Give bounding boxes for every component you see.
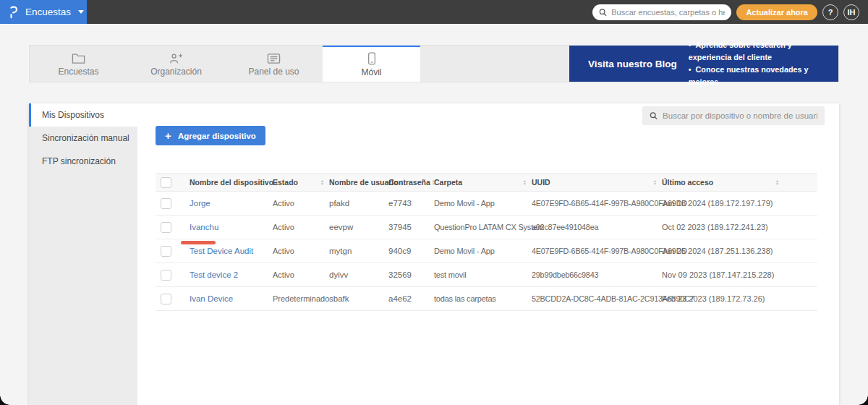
device-name-link[interactable]: Ivan Device — [190, 294, 233, 303]
plus-icon: + — [165, 130, 171, 141]
contrasena-cell: 32569 — [388, 270, 434, 279]
blog-banner-bullets: Aprende sobre research y experiencia del… — [689, 39, 830, 88]
contrasena-cell: 940c9 — [388, 247, 434, 255]
sidebar: Mis Dispositivos Sincronización manual F… — [29, 103, 137, 405]
avatar[interactable]: IH — [843, 4, 859, 20]
ultimo-acceso-cell: Feb 23 2023 (189.172.73.26) — [662, 294, 817, 303]
column-header: Contraseña — [388, 178, 430, 187]
sidebar-item-sincronizacion-manual[interactable]: Sincronización manual — [29, 127, 137, 150]
global-search — [592, 4, 731, 20]
estado-cell: Activo — [273, 223, 329, 231]
usuario-cell: dyivv — [329, 270, 388, 279]
uuid-cell: 4E07E9FD-6B65-414F-997B-A980C0FA69DD — [532, 199, 662, 208]
app-menu-label: Encuestas — [25, 7, 71, 17]
tab-label: Organización — [150, 67, 202, 77]
add-device-label: Agregar dispositivo — [178, 132, 256, 140]
column-header: Nombre del dispositivo — [190, 178, 273, 187]
tab-strip: Encuestas Organización Panel de uso Móvi… — [29, 45, 839, 82]
device-name-link[interactable]: Ivanchu — [190, 223, 218, 231]
sidebar-item-mis-dispositivos[interactable]: Mis Dispositivos — [29, 103, 137, 127]
main-panel: + Agregar dispositivo Nombre del disposi… — [137, 103, 839, 405]
add-device-button[interactable]: + Agregar dispositivo — [156, 126, 265, 145]
column-header: Último acceso — [662, 178, 713, 187]
device-name-link[interactable]: Jorge — [190, 199, 210, 208]
estado-cell: Predeterminado — [273, 294, 329, 303]
estado-cell: Activo — [273, 270, 329, 279]
table-header: Nombre del dispositivo Estado Nombre de … — [156, 173, 817, 192]
tab-organizacion[interactable]: Organización — [127, 46, 225, 82]
mobile-icon — [367, 52, 377, 65]
search-icon — [599, 8, 607, 17]
update-now-button[interactable]: Actualizar ahora — [736, 4, 817, 20]
sort-icon[interactable] — [652, 178, 658, 187]
sort-icon[interactable] — [774, 178, 780, 187]
device-search — [642, 106, 825, 125]
carpeta-cell: test movil — [434, 270, 532, 279]
uuid-cell: 4E07E9FD-6B65-414F-997B-A980C0FA69DD — [532, 247, 662, 255]
contrasena-cell: 37945 — [388, 223, 434, 231]
blog-banner-bullet: Conoce nuestras novedades y mejoras — [689, 64, 830, 88]
help-button[interactable]: ? — [822, 4, 838, 20]
column-header: Carpeta — [434, 178, 462, 187]
row-checkbox[interactable] — [161, 222, 171, 233]
uuid-cell: 29b99dbeb66c9843 — [532, 270, 662, 279]
chevron-down-icon — [78, 10, 84, 14]
content-card: Mis Dispositivos Sincronización manual F… — [29, 103, 839, 405]
uuid-cell: 52BCDD2A-DC8C-4ADB-81AC-2C913A6390C7 — [532, 294, 662, 303]
blog-banner-bullet: Aprende sobre research y experiencia del… — [689, 39, 830, 64]
contrasena-cell: a4e62 — [388, 294, 434, 303]
window-corner — [858, 395, 868, 405]
search-icon — [650, 111, 658, 120]
tab-encuestas[interactable]: Encuestas — [30, 46, 127, 82]
usuario-cell: eevpw — [329, 223, 388, 231]
estado-cell: Activo — [273, 199, 329, 208]
ultimo-acceso-cell: Jun 25 2024 (187.251.136.238) — [662, 247, 817, 255]
tab-label: Panel de uso — [248, 67, 299, 77]
table-row: Ivanchu Activo eevpw 37945 QuestionPro L… — [156, 216, 817, 239]
topbar-actions: Actualizar ahora ? IH — [592, 4, 868, 20]
tab-label: Encuestas — [58, 67, 98, 77]
row-checkbox[interactable] — [161, 294, 171, 304]
column-header: Estado — [273, 178, 298, 187]
devices-table: Nombre del dispositivo Estado Nombre de … — [156, 173, 817, 311]
carpeta-cell: QuestionPro LATAM CX System — [434, 223, 532, 231]
usuario-cell: pfakd — [329, 199, 388, 208]
sidebar-item-ftp-sincronizacion[interactable]: FTP sincronización — [29, 150, 137, 173]
tab-movil[interactable]: Móvil — [323, 46, 420, 82]
questionpro-logo-icon — [8, 5, 20, 20]
window-corner — [0, 395, 10, 405]
row-checkbox[interactable] — [161, 246, 171, 257]
blog-banner[interactable]: Visita nuestro Blog Aprende sobre resear… — [569, 46, 838, 82]
tab-panel-de-uso[interactable]: Panel de uso — [225, 46, 323, 82]
estado-cell: Activo — [273, 247, 329, 255]
select-all-checkbox[interactable] — [161, 177, 171, 188]
carpeta-cell: todas las carpetas — [434, 294, 532, 303]
device-search-input[interactable] — [663, 111, 817, 120]
sort-icon[interactable] — [319, 178, 326, 187]
row-checkbox[interactable] — [161, 198, 171, 209]
tab-label: Móvil — [361, 67, 381, 77]
column-header: UUID — [532, 178, 550, 187]
organization-icon — [169, 53, 183, 64]
row-checkbox[interactable] — [161, 270, 171, 281]
topbar: Encuestas Actualizar ahora ? IH — [0, 0, 868, 24]
carpeta-cell: Demo Movil - App — [434, 199, 532, 208]
usuario-cell: sbafk — [329, 294, 388, 303]
uuid-cell: a02c87ee491048ea — [532, 223, 662, 231]
contrasena-cell: e7743 — [388, 199, 434, 208]
table-row: Test Device Audit Activo mytgn 940c9 Dem… — [156, 239, 817, 263]
ultimo-acceso-cell: Nov 09 2023 (187.147.215.228) — [662, 270, 817, 279]
sort-icon[interactable] — [522, 178, 528, 187]
carpeta-cell: Demo Movil - App — [434, 247, 532, 255]
table-row: Jorge Activo pfakd e7743 Demo Movil - Ap… — [156, 192, 817, 216]
app-menu[interactable]: Encuestas — [0, 0, 87, 24]
table-row: Test device 2 Activo dyivv 32569 test mo… — [156, 263, 817, 287]
usage-panel-icon — [267, 53, 281, 64]
device-name-link[interactable]: Test Device Audit — [190, 247, 253, 255]
usuario-cell: mytgn — [329, 247, 388, 255]
ultimo-acceso-cell: Oct 02 2023 (189.172.241.23) — [662, 223, 817, 231]
device-name-link[interactable]: Test device 2 — [190, 270, 238, 279]
table-body: Jorge Activo pfakd e7743 Demo Movil - Ap… — [156, 192, 817, 311]
global-search-input[interactable] — [611, 8, 725, 17]
table-row: Ivan Device Predeterminado sbafk a4e62 t… — [156, 287, 817, 311]
